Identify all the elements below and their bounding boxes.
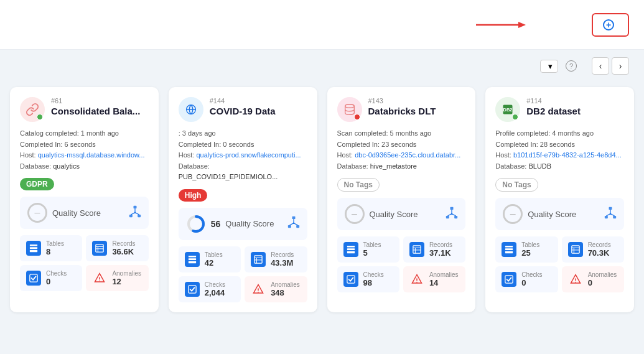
anomalies-stat: Anomalies 14: [403, 266, 465, 292]
anomalies-icon: [409, 272, 424, 287]
quality-section: – Quality Score: [20, 197, 149, 229]
network-icon[interactable]: [604, 207, 617, 222]
tables-icon: [26, 241, 41, 256]
tables-stat: Tables 5: [337, 236, 399, 263]
meta-database: Database: hive_metastore: [337, 161, 466, 172]
meta-host: Host: qualytics-prod.snowflakecomputi...: [179, 150, 307, 161]
svg-rect-4: [138, 215, 141, 217]
svg-rect-49: [347, 251, 354, 254]
tag-badge[interactable]: High: [179, 189, 208, 202]
meta-line2: Completed In: 28 seconds: [495, 139, 624, 151]
checks-stat: Checks 0: [495, 266, 558, 292]
tag-container: No Tags: [495, 178, 624, 192]
tag-container: GDPR: [20, 178, 149, 190]
host-link[interactable]: qualytics-mssql.database.window...: [38, 151, 145, 159]
tables-text: Tables 42: [205, 251, 235, 268]
host-link[interactable]: qualytics-prod.snowflakecomputi...: [196, 151, 301, 159]
svg-rect-11: [30, 250, 37, 253]
checks-stat: Checks 98: [337, 266, 399, 292]
records-icon: [92, 241, 107, 256]
anomalies-text: Anomalies 14: [429, 271, 459, 287]
card-title-block: #114 DB2 dataset: [526, 97, 624, 116]
records-stat: Records 37.1K: [403, 236, 465, 263]
tag-badge[interactable]: GDPR: [20, 178, 54, 190]
checks-icon: [185, 282, 200, 297]
tag-container: High: [179, 189, 307, 202]
records-stat: Records 43.3M: [245, 246, 307, 272]
svg-point-75: [575, 282, 576, 283]
meta-line2: Completed In: 23 seconds: [337, 139, 466, 151]
card-name: Consolidated Bala...: [51, 106, 149, 116]
checks-text: Checks 0: [46, 270, 76, 286]
tables-icon: [343, 242, 358, 257]
card-name: COVID-19 Data: [210, 106, 307, 116]
svg-rect-48: [347, 249, 354, 251]
quality-score-label: Quality Score: [225, 219, 274, 228]
status-dot: [354, 114, 360, 120]
svg-rect-50: [413, 246, 421, 253]
host-link[interactable]: dbc-0d9365ee-235c.cloud.databr...: [355, 151, 460, 159]
card-meta: : 3 days ago Completed In: 0 seconds Hos…: [179, 128, 307, 183]
card-title-block: #143 Databricks DLT: [368, 97, 466, 116]
plus-circle-icon: +: [603, 19, 614, 30]
anomalies-stat: Anomalies 348: [245, 276, 307, 302]
meta-line1: Catalog completed: 1 month ago: [20, 128, 149, 139]
anomalies-stat: Anomalies 0: [562, 266, 624, 292]
svg-point-28: [292, 223, 294, 225]
records-stat: Records 36.6K: [86, 235, 148, 261]
tables-text: Tables 25: [521, 241, 551, 258]
svg-marker-1: [518, 22, 526, 28]
svg-rect-68: [505, 251, 513, 254]
meta-line1: Scan completed: 5 months ago: [337, 128, 466, 139]
svg-point-46: [451, 213, 453, 215]
card-id: #114: [526, 97, 624, 105]
network-icon[interactable]: [129, 205, 141, 221]
svg-text:DB2: DB2: [503, 107, 513, 113]
tables-icon: [502, 242, 516, 257]
svg-rect-9: [30, 245, 37, 246]
svg-rect-60: [605, 216, 608, 218]
tables-stat: Tables 42: [179, 246, 241, 272]
records-icon: [409, 242, 424, 257]
svg-rect-10: [30, 248, 37, 249]
card-title-block: #61 Consolidated Bala...: [51, 97, 149, 116]
stats-grid: Tables 25 Records 70.3K Checks: [495, 236, 624, 292]
checks-stat: Checks 0: [20, 265, 82, 291]
stats-grid: Tables 5 Records 37.1K Checks: [337, 236, 466, 292]
svg-rect-3: [129, 215, 133, 217]
status-dot: [512, 114, 518, 120]
datastore-icon: [337, 97, 362, 122]
anomalies-icon: [92, 271, 107, 286]
meta-line2: Completed In: 0 seconds: [179, 139, 307, 151]
card-header: #61 Consolidated Bala...: [20, 97, 149, 122]
svg-rect-42: [454, 216, 457, 218]
per-page-select[interactable]: ▾: [540, 60, 558, 73]
svg-rect-69: [572, 246, 579, 253]
host-link[interactable]: b101d15f-e79b-4832-a125-4e8d4...: [513, 151, 622, 159]
svg-rect-2: [133, 206, 136, 208]
svg-rect-23: [287, 225, 291, 228]
checks-icon: [502, 272, 516, 287]
arrow-hint: [476, 19, 526, 31]
svg-rect-41: [446, 216, 449, 218]
meta-database: Database: qualytics: [20, 161, 149, 172]
top-bar: +: [0, 0, 644, 50]
records-text: Records 36.6K: [112, 240, 142, 256]
card-name: Databricks DLT: [368, 106, 466, 116]
svg-rect-40: [450, 207, 454, 210]
help-icon[interactable]: ?: [566, 60, 577, 72]
datastore-card: #61 Consolidated Bala... Catalog complet…: [10, 87, 159, 312]
meta-database: Database: BLUDB: [495, 161, 624, 172]
meta-line1: : 3 days ago: [179, 128, 307, 139]
anomalies-text: Anomalies 12: [112, 270, 142, 286]
records-text: Records 43.3M: [271, 251, 301, 268]
prev-page-button[interactable]: ‹: [592, 57, 609, 75]
network-icon[interactable]: [446, 207, 458, 222]
tables-stat: Tables 25: [495, 236, 558, 263]
network-icon[interactable]: [287, 216, 300, 231]
stats-grid: Tables 8 Records 36.6K Checks: [20, 235, 149, 291]
next-page-button[interactable]: ›: [612, 57, 629, 75]
card-header: #143 Databricks DLT: [337, 97, 466, 122]
tag-badge: No Tags: [337, 178, 380, 192]
add-source-datastore-button[interactable]: +: [592, 13, 629, 37]
